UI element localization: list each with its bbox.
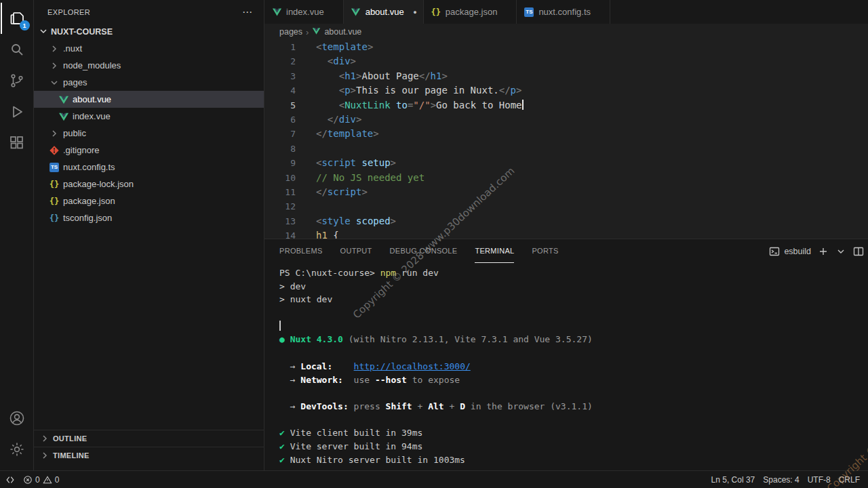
run-and-debug-icon[interactable] (1, 96, 33, 127)
git-file-icon (49, 145, 60, 156)
line-number: 14 (264, 228, 296, 239)
problems-status[interactable]: 0 0 (23, 475, 59, 485)
outline-section[interactable]: OUTLINE (34, 430, 264, 447)
root-folder[interactable]: NUXT-COURSE (34, 24, 264, 40)
vue-file-icon (58, 94, 69, 105)
terminal-line (279, 306, 868, 320)
indentation-setting[interactable]: Spaces: 4 (763, 475, 799, 485)
file-tsconfig.json[interactable]: {}tsconfig.json (34, 209, 264, 226)
terminal-line: PS C:\nuxt-course> npm run dev (279, 266, 868, 280)
folder-.nuxt[interactable]: .nuxt (34, 40, 264, 57)
chevron-right-icon (49, 60, 60, 71)
sidebar-title: EXPLORER (47, 8, 90, 16)
folder-public[interactable]: public (34, 125, 264, 142)
tab-ports[interactable]: PORTS (532, 239, 558, 263)
window-body: 1 EXPLORER ⋯ NUXT-COURSE .nuxtnode_modul… (0, 0, 868, 470)
chevron-down-icon[interactable] (835, 246, 846, 257)
extensions-icon[interactable] (1, 127, 33, 159)
breadcrumb-folder[interactable]: pages (279, 27, 302, 37)
file-package-lock.json[interactable]: {}package-lock.json (34, 176, 264, 192)
settings-icon[interactable] (1, 434, 33, 465)
file-about.vue[interactable]: about.vue (34, 91, 264, 108)
item-label: tsconfig.json (63, 213, 112, 223)
code-text (296, 199, 316, 214)
tab-terminal[interactable]: TERMINAL (475, 239, 514, 263)
code-line: 1<template> (264, 40, 868, 54)
tab-output[interactable]: OUTPUT (340, 239, 372, 263)
folder-pages[interactable]: pages (34, 74, 264, 91)
tab-debug-console[interactable]: DEBUG CONSOLE (390, 239, 458, 263)
eol-setting[interactable]: CRLF (839, 475, 860, 485)
code-text: </template> (296, 127, 379, 141)
editor-group: index.vueabout.vue●{}package.jsonTSnuxt.… (264, 0, 868, 470)
terminal-line: ✔ Vite client built in 39ms (279, 426, 868, 440)
terminal-line (279, 386, 868, 400)
breadcrumb[interactable]: pages › about.vue (264, 24, 868, 40)
folder-node_modules[interactable]: node_modules (34, 57, 264, 74)
tab-label: about.vue (366, 7, 404, 17)
file-.gitignore[interactable]: .gitignore (34, 142, 264, 159)
chevron-right-icon (49, 43, 60, 54)
tab-problems[interactable]: PROBLEMS (279, 239, 323, 263)
localhost-link[interactable]: http://localhost:3000/ (354, 361, 471, 371)
terminal-instance[interactable]: esbuild (769, 246, 811, 257)
editor-lines[interactable]: 1<template>2 <div>3 <h1>About Page</h1>4… (264, 40, 868, 239)
line-number: 7 (264, 127, 296, 141)
code-line: 9<script setup> (264, 156, 868, 170)
code-text: <style scoped> (296, 214, 396, 228)
panel-actions: esbuild (769, 246, 864, 257)
item-label: nuxt.config.ts (63, 162, 115, 172)
ts-file-icon: TS (524, 7, 534, 18)
code-text (296, 142, 316, 156)
new-terminal-button[interactable] (818, 246, 829, 257)
code-line: 7</template> (264, 127, 868, 141)
tab-package.json[interactable]: {}package.json (424, 0, 517, 24)
chevron-right-icon (39, 433, 50, 444)
code-line: 2 <div> (264, 54, 868, 68)
line-number: 1 (264, 40, 296, 54)
cursor-position[interactable]: Ln 5, Col 37 (711, 475, 755, 485)
code-line: 3 <h1>About Page</h1> (264, 69, 868, 83)
code-line: 10// No JS needed yet (264, 171, 868, 185)
account-icon[interactable] (1, 403, 33, 434)
split-terminal-icon[interactable] (853, 246, 864, 257)
line-number: 3 (264, 69, 296, 83)
breadcrumb-file[interactable]: about.vue (324, 27, 361, 37)
file-index.vue[interactable]: index.vue (34, 108, 264, 125)
timeline-section[interactable]: TIMELINE (34, 447, 264, 464)
code-text: <script setup> (296, 156, 396, 170)
code-text: <NuxtLink to="/">Go back to Home (296, 98, 524, 113)
line-number: 4 (264, 83, 296, 98)
code-line: 14h1 { (264, 228, 868, 239)
vue-file-icon (58, 111, 69, 122)
terminal-line (279, 413, 868, 427)
sidebar-spacer (34, 226, 264, 430)
tab-nuxt.config.ts[interactable]: TSnuxt.config.ts (517, 0, 610, 24)
more-actions-icon[interactable]: ⋯ (242, 6, 253, 18)
line-number: 13 (264, 214, 296, 228)
line-number: 10 (264, 171, 296, 185)
terminal-output[interactable]: PS C:\nuxt-course> npm run dev> dev> nux… (264, 263, 868, 470)
activity-bar: 1 (0, 0, 34, 470)
code-text: // No JS needed yet (296, 171, 425, 185)
error-icon (23, 475, 33, 485)
explorer-icon[interactable]: 1 (1, 3, 33, 34)
search-icon[interactable] (1, 34, 33, 65)
item-label: about.vue (73, 94, 111, 104)
modified-dot-icon[interactable]: ● (413, 9, 416, 16)
code-line: 11</script> (264, 185, 868, 199)
chevron-down-icon (38, 26, 49, 39)
line-number: 6 (264, 113, 296, 127)
code-text: <template> (296, 40, 373, 54)
source-control-icon[interactable] (1, 65, 33, 96)
code-line: 4 <p>This is our page in Nuxt.</p> (264, 83, 868, 98)
file-nuxt.config.ts[interactable]: TSnuxt.config.ts (34, 159, 264, 176)
terminal-shell-label: esbuild (784, 247, 811, 256)
status-left: 0 0 (5, 475, 59, 485)
remote-icon[interactable] (5, 475, 15, 485)
encoding-setting[interactable]: UTF-8 (808, 475, 831, 485)
file-package.json[interactable]: {}package.json (34, 192, 264, 209)
tab-index.vue[interactable]: index.vue (264, 0, 344, 24)
item-label: node_modules (63, 60, 121, 70)
tab-about.vue[interactable]: about.vue● (344, 0, 424, 24)
